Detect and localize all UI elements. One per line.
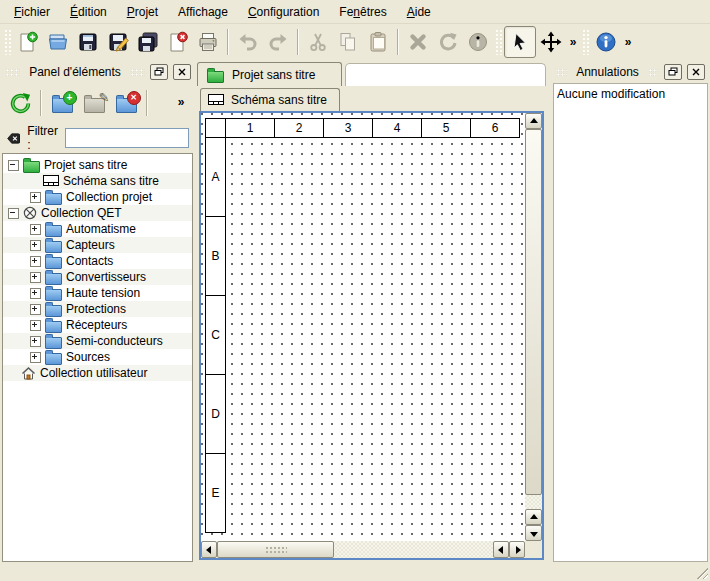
collapse-icon[interactable] [8, 208, 19, 219]
menu-aide[interactable]: Aide [397, 2, 441, 22]
tree-item-collection-utilisateur[interactable]: Collection utilisateur [3, 365, 192, 381]
redo-button[interactable] [263, 27, 293, 57]
elements-panel-titlebar[interactable]: Panel d'éléments [3, 63, 193, 81]
tree-item-label: Récepteurs [66, 318, 127, 332]
scroll-down-button[interactable] [525, 525, 542, 541]
copy-button[interactable] [333, 27, 363, 57]
edit-element-button[interactable] [78, 87, 110, 119]
rotate-button[interactable] [433, 27, 463, 57]
workspace: Projet sans titre Schéma sans titre 1 2 … [197, 60, 546, 561]
tree-item-semi-conducteurs[interactable]: Semi-conducteurs [3, 333, 192, 349]
expand-icon[interactable] [30, 352, 41, 363]
open-project-button[interactable] [43, 27, 73, 57]
tree-item-convertisseurs[interactable]: Convertisseurs [3, 269, 192, 285]
dock-drag-texture[interactable] [5, 68, 20, 77]
scroll-left-button-right[interactable] [493, 541, 509, 558]
delete-element-button[interactable] [110, 87, 142, 119]
select-tool-button[interactable] [504, 26, 536, 58]
expand-icon[interactable] [30, 256, 41, 267]
elements-panel-toolbar: » [0, 81, 196, 125]
dock-drag-texture[interactable] [130, 68, 145, 77]
float-panel-button[interactable] [150, 64, 168, 80]
toolbar-overflow-button[interactable]: » [566, 29, 580, 55]
toolbar-overflow-button[interactable]: » [621, 29, 635, 55]
undo-panel-titlebar[interactable]: Annulations [554, 63, 707, 81]
tree-item-recepteurs[interactable]: Récepteurs [3, 317, 192, 333]
expand-icon[interactable] [30, 224, 41, 235]
dock-drag-texture[interactable] [648, 68, 659, 77]
tree-item-contacts[interactable]: Contacts [3, 253, 192, 269]
tree-item-collection-projet[interactable]: Collection projet [3, 189, 192, 205]
expand-icon[interactable] [30, 336, 41, 347]
close-file-button[interactable] [163, 27, 193, 57]
schema-canvas[interactable]: 1 2 3 4 5 6 A B C D E [201, 113, 525, 541]
panel-toolbar-overflow-button[interactable]: » [174, 89, 188, 115]
tree-item-protections[interactable]: Protections [3, 301, 192, 317]
delete-button[interactable] [403, 27, 433, 57]
collapse-icon[interactable] [8, 160, 19, 171]
folder-icon [45, 257, 62, 269]
float-icon [154, 67, 164, 77]
menu-fichier[interactable]: Fichier [4, 2, 60, 22]
close-panel-button[interactable] [173, 64, 191, 80]
clear-filter-icon[interactable] [7, 130, 20, 147]
save-as-icon [107, 31, 129, 53]
scroll-up-button-bottom[interactable] [525, 509, 542, 525]
menu-fenetres[interactable]: Fenêtres [329, 2, 396, 22]
save-all-button[interactable] [133, 27, 163, 57]
tab-schema[interactable]: Schéma sans titre [200, 88, 340, 111]
tree-item-capteurs[interactable]: Capteurs [3, 237, 192, 253]
vertical-scrollbar[interactable] [525, 113, 542, 541]
reload-collections-button[interactable] [4, 87, 36, 119]
expand-icon[interactable] [30, 272, 41, 283]
scroll-left-button[interactable] [201, 541, 217, 558]
new-element-button[interactable] [46, 87, 78, 119]
expand-icon[interactable] [30, 304, 41, 315]
dock-drag-texture[interactable] [556, 68, 567, 77]
undo-panel-title: Annulations [572, 65, 643, 79]
undo-list-item[interactable]: Aucune modification [557, 85, 704, 102]
new-project-button[interactable] [13, 27, 43, 57]
toolbar-drag-handle[interactable] [495, 29, 502, 55]
tree-item-haute-tension[interactable]: Haute tension [3, 285, 192, 301]
close-panel-button[interactable] [687, 64, 705, 80]
menu-projet[interactable]: Projet [117, 2, 168, 22]
grid-column-label: 3 [323, 118, 373, 138]
horizontal-scroll-thumb[interactable] [217, 541, 334, 558]
move-tool-button[interactable] [536, 27, 566, 57]
expand-icon[interactable] [30, 320, 41, 331]
project-tab-label: Projet sans titre [232, 68, 315, 82]
filter-input[interactable] [65, 128, 189, 148]
schema-view: 1 2 3 4 5 6 A B C D E [199, 111, 544, 560]
toolbar-separator [397, 29, 399, 55]
save-as-button[interactable] [103, 27, 133, 57]
cut-button[interactable] [303, 27, 333, 57]
print-button[interactable] [193, 27, 223, 57]
tree-item-collection-qet[interactable]: Collection QET [3, 205, 192, 221]
toolbar-drag-handle[interactable] [582, 29, 589, 55]
vertical-scroll-thumb[interactable] [525, 129, 542, 495]
tab-project[interactable]: Projet sans titre [197, 62, 342, 86]
tree-item-schema[interactable]: Schéma sans titre [3, 173, 192, 189]
menu-affichage[interactable]: Affichage [168, 2, 238, 22]
toolbar-drag-handle[interactable] [4, 29, 11, 55]
scroll-up-button[interactable] [525, 113, 542, 129]
float-panel-button[interactable] [664, 64, 682, 80]
tree-item-project[interactable]: Projet sans titre [3, 157, 192, 173]
save-button[interactable] [73, 27, 103, 57]
scroll-right-button[interactable] [509, 541, 525, 558]
tree-item-sources[interactable]: Sources [3, 349, 192, 365]
paste-button[interactable] [363, 27, 393, 57]
undo-button[interactable] [233, 27, 263, 57]
menu-edition[interactable]: Édition [60, 2, 117, 22]
horizontal-scrollbar[interactable] [201, 541, 525, 558]
expand-icon[interactable] [30, 288, 41, 299]
undo-history-list[interactable]: Aucune modification [553, 83, 708, 562]
expand-icon[interactable] [30, 192, 41, 203]
folder-icon [45, 289, 62, 301]
expand-icon[interactable] [30, 240, 41, 251]
info-button-disabled[interactable] [463, 27, 493, 57]
menu-configuration[interactable]: Configuration [238, 2, 329, 22]
tree-item-automatisme[interactable]: Automatisme [3, 221, 192, 237]
about-button[interactable] [591, 27, 621, 57]
